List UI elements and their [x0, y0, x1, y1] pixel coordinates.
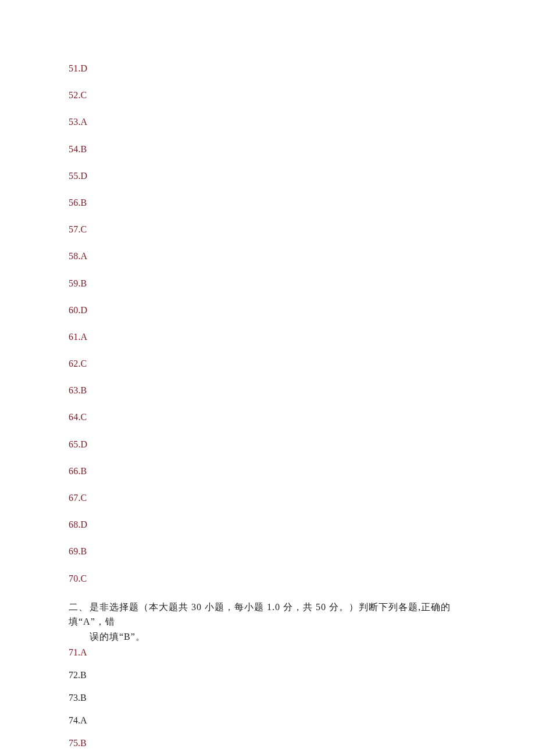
answer-item: 71.A: [69, 647, 466, 658]
answer-item: 59.B: [69, 278, 466, 289]
section-text-line2: 误的填“B”。: [69, 629, 466, 644]
answer-item: 54.B: [69, 144, 466, 155]
section-numeral: 二、: [69, 600, 90, 615]
answers-block-2: 71.A 72.B 73.B 74.A 75.B: [69, 647, 466, 749]
answer-item: 53.A: [69, 116, 466, 127]
answer-item: 68.D: [69, 519, 466, 530]
section-text-line1: 是非选择题（本大题共 30 小题，每小题 1.0 分，共 50 分。）判断下列各…: [69, 602, 451, 627]
answer-item: 69.B: [69, 546, 466, 557]
answer-item: 66.B: [69, 465, 466, 476]
answer-item: 74.A: [69, 715, 466, 726]
answer-item: 64.C: [69, 411, 466, 422]
section-heading: 二、是非选择题（本大题共 30 小题，每小题 1.0 分，共 50 分。）判断下…: [69, 600, 466, 644]
answer-item: 63.B: [69, 385, 466, 396]
answer-item: 56.B: [69, 197, 466, 208]
answers-block-1: 51.D 52.C 53.A 54.B 55.D 56.B 57.C 58.A …: [69, 63, 466, 584]
answer-item: 72.B: [69, 669, 466, 680]
answer-item: 65.D: [69, 439, 466, 450]
answer-item: 61.A: [69, 331, 466, 342]
answer-item: 73.B: [69, 692, 466, 703]
answer-item: 62.C: [69, 358, 466, 369]
answer-item: 57.C: [69, 224, 466, 235]
answer-item: 55.D: [69, 170, 466, 181]
answer-item: 58.A: [69, 250, 466, 261]
answer-item: 67.C: [69, 492, 466, 503]
document-page: 51.D 52.C 53.A 54.B 55.D 56.B 57.C 58.A …: [0, 0, 535, 756]
answer-item: 75.B: [69, 737, 466, 748]
answer-item: 70.C: [69, 573, 466, 584]
answer-item: 60.D: [69, 304, 466, 316]
answer-item: 52.C: [69, 89, 466, 101]
answer-item: 51.D: [69, 63, 466, 74]
